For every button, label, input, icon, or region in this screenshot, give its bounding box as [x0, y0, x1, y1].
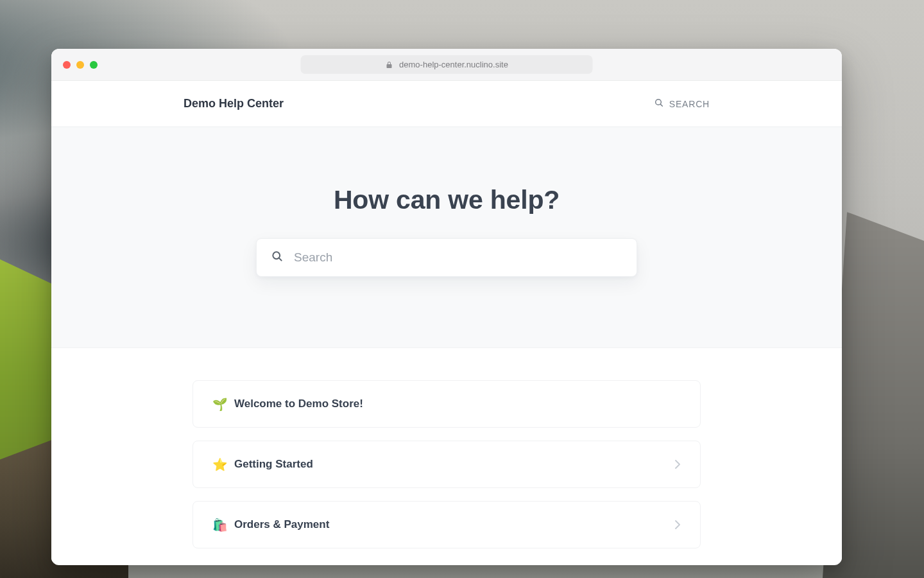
category-title: Orders & Payment: [234, 518, 329, 531]
category-title: Getting Started: [234, 458, 313, 471]
category-card-getting-started[interactable]: ⭐ Getting Started: [193, 441, 701, 488]
address-bar-url: demo-help-center.nuclino.site: [399, 60, 508, 69]
window-zoom-button[interactable]: [90, 61, 98, 69]
browser-window: demo-help-center.nuclino.site Demo Help …: [51, 49, 842, 565]
search-box[interactable]: [256, 238, 637, 277]
category-card-welcome[interactable]: 🌱 Welcome to Demo Store!: [193, 380, 701, 428]
chevron-right-icon: [674, 520, 681, 529]
window-close-button[interactable]: [63, 61, 71, 69]
search-input[interactable]: [294, 250, 622, 265]
address-bar[interactable]: demo-help-center.nuclino.site: [301, 55, 593, 74]
header-search-button[interactable]: SEARCH: [654, 98, 710, 110]
site-header: Demo Help Center SEARCH: [51, 81, 842, 127]
star-icon: ⭐: [212, 459, 228, 471]
shopping-bags-icon: 🛍️: [212, 519, 228, 531]
category-title: Welcome to Demo Store!: [234, 398, 363, 410]
window-minimize-button[interactable]: [76, 61, 84, 69]
browser-chrome-bar: demo-help-center.nuclino.site: [51, 49, 842, 81]
hero-section: How can we help?: [51, 127, 842, 348]
svg-line-1: [660, 104, 662, 106]
page-content: Demo Help Center SEARCH How can we help?: [51, 81, 842, 565]
chevron-right-icon: [674, 460, 681, 469]
header-search-label: SEARCH: [669, 99, 710, 109]
category-card-orders-payment[interactable]: 🛍️ Orders & Payment: [193, 501, 701, 548]
site-title[interactable]: Demo Help Center: [184, 97, 284, 110]
seedling-icon: 🌱: [212, 398, 228, 410]
search-icon: [654, 98, 664, 110]
search-icon: [271, 250, 284, 265]
lock-icon: [385, 61, 393, 69]
window-controls: [63, 61, 98, 69]
svg-line-3: [279, 258, 282, 261]
hero-title: How can we help?: [334, 185, 560, 215]
category-list: 🌱 Welcome to Demo Store! ⭐ Getting Start…: [51, 348, 842, 561]
